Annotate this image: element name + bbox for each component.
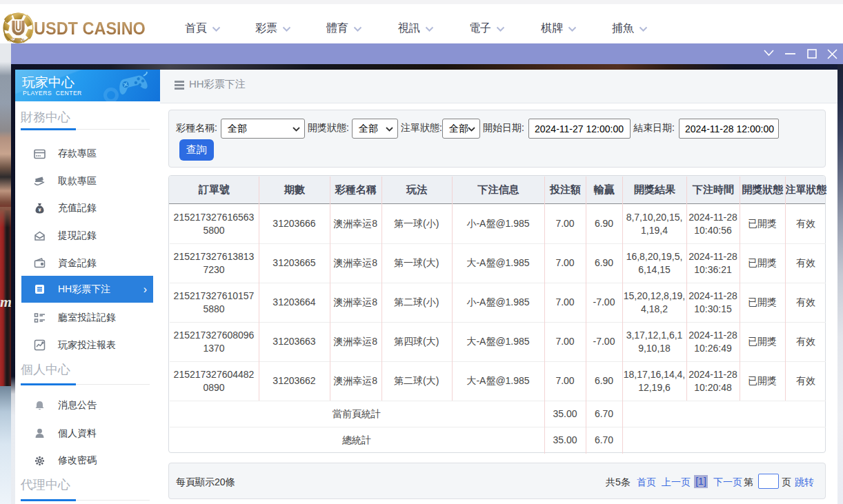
svg-text:Casino: Casino	[12, 37, 24, 41]
